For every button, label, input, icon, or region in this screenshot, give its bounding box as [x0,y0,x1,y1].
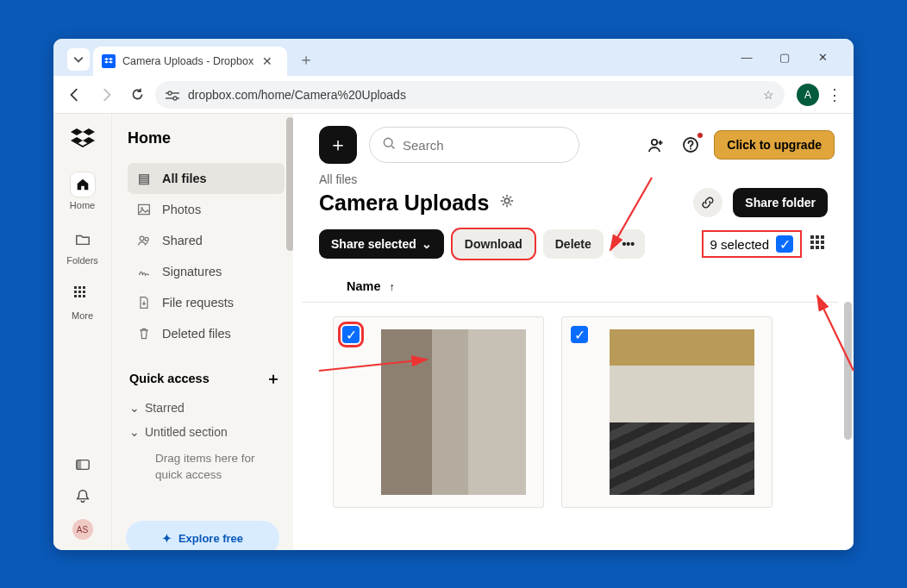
section-untitled[interactable]: ⌄Untitled section [128,420,285,444]
close-tab-icon[interactable]: ✕ [260,54,274,68]
nav-signatures[interactable]: Signatures [128,256,285,287]
nav-deleted-files[interactable]: Deleted files [128,318,285,349]
file-thumbnail [610,329,754,495]
svg-point-14 [652,140,657,145]
nav-all-files[interactable]: ▤All files [128,163,285,194]
main-scrollbar[interactable] [844,302,852,440]
url-text: dropbox.com/home/Camera%20Uploads [188,88,406,102]
tab-strip: Camera Uploads - Dropbox ✕ ＋ — ▢ ✕ [53,39,854,76]
delete-button[interactable]: Delete [543,229,604,259]
url-field[interactable]: dropbox.com/home/Camera%20Uploads ☆ [155,81,785,109]
quick-access-heading: Quick access [129,372,210,385]
sidebar-heading: Home [128,129,285,147]
file-checkbox[interactable]: ✓ [571,326,588,343]
svg-line-13 [391,146,394,148]
window-maximize-icon[interactable]: ▢ [776,51,793,64]
panel-toggle-icon[interactable] [75,457,91,476]
svg-point-10 [140,236,144,241]
file-thumbnail [381,329,526,495]
left-rail: Home Folders More AS [53,114,112,550]
svg-rect-7 [76,460,80,470]
section-label: Starred [145,401,185,415]
selection-count[interactable]: 9 selected ✓ [704,232,800,256]
svg-point-3 [173,97,177,100]
file-checkbox[interactable]: ✓ [342,326,360,343]
folder-settings-icon[interactable] [499,193,515,212]
search-input[interactable] [403,138,566,153]
tab-search-button[interactable] [67,48,90,71]
search-icon [382,136,396,153]
sort-arrow-up-icon: ↑ [390,280,396,293]
sidebar-scrollbar[interactable] [283,114,293,550]
share-selected-button[interactable]: Share selected⌄ [319,229,444,259]
rail-label: Home [70,200,95,210]
new-tab-button[interactable]: ＋ [294,47,318,72]
drag-hint: Drag items here for quick access [128,444,285,491]
file-card[interactable]: ✓ [333,316,544,508]
folder-icon [71,228,95,252]
browser-tab[interactable]: Camera Uploads - Dropbox ✕ [93,47,287,76]
nav-shared[interactable]: Shared [128,225,285,256]
copy-link-button[interactable] [693,188,722,217]
rail-label: Folders [66,255,98,266]
svg-point-16 [690,148,691,150]
browser-menu-icon[interactable]: ⋮ [824,85,845,104]
share-folder-button[interactable]: Share folder [733,188,828,217]
section-label: Untitled section [145,425,228,439]
svg-point-0 [168,91,172,95]
all-files-icon: ▤ [136,172,152,185]
window-close-icon[interactable]: ✕ [814,51,831,64]
file-card[interactable]: ✓ [561,316,773,508]
chevron-down-icon: ⌄ [129,425,140,439]
dropbox-logo-icon[interactable] [70,126,96,152]
svg-rect-8 [139,204,150,214]
column-header-name[interactable]: Name ↑ [302,272,838,303]
browser-profile-avatar[interactable]: A [797,84,819,106]
reload-button[interactable] [124,82,150,108]
nav-file-requests[interactable]: File requests [128,287,285,318]
nav-label: Signatures [162,265,222,278]
trash-icon [136,327,152,341]
nav-photos[interactable]: Photos [128,194,285,225]
nav-label: Photos [162,203,201,216]
nav-label: All files [162,172,207,185]
breadcrumb[interactable]: All files [293,171,854,186]
view-grid-icon[interactable] [810,235,828,253]
rail-item-home[interactable]: Home [59,166,107,217]
notifications-icon[interactable] [75,488,91,507]
search-field[interactable] [369,127,579,163]
upgrade-button[interactable]: Click to upgrade [714,130,835,160]
photos-icon [136,203,152,216]
sidebar: Home ▤All files Photos Shared Signatures… [112,114,293,550]
home-icon [71,172,95,197]
file-gallery: ✓ ✓ [293,303,854,508]
forward-button[interactable] [93,82,119,108]
section-starred[interactable]: ⌄Starred [128,396,285,420]
add-quick-access-button[interactable]: ＋ [266,368,281,389]
user-avatar[interactable]: AS [72,519,93,540]
rail-item-more[interactable]: More [59,276,107,328]
select-all-checkbox[interactable]: ✓ [776,235,793,253]
more-actions-button[interactable]: ••• [612,229,645,259]
app-content: Home Folders More AS [53,114,854,550]
svg-point-11 [145,237,148,241]
file-requests-icon [136,296,152,310]
bookmark-star-icon[interactable]: ☆ [763,88,774,102]
create-button[interactable]: ＋ [319,126,357,164]
download-button[interactable]: Download [453,229,535,259]
explore-free-button[interactable]: ✦ Explore free [126,521,279,550]
chevron-down-icon: ⌄ [422,237,432,251]
window-minimize-icon[interactable]: — [738,51,755,64]
back-button[interactable] [62,82,88,108]
main-panel: ＋ Click to upgrade All files Camera Uplo… [293,114,854,550]
rail-item-folders[interactable]: Folders [59,221,107,272]
page-title: Camera Uploads [319,191,489,216]
selection-label: 9 selected [710,237,769,252]
address-bar: dropbox.com/home/Camera%20Uploads ☆ A ⋮ [53,76,854,114]
help-icon[interactable] [679,134,702,156]
invite-icon[interactable] [645,134,667,156]
chevron-down-icon: ⌄ [129,401,140,415]
site-settings-icon[interactable] [166,90,179,100]
nav-label: Deleted files [162,327,231,341]
btn-label: Share selected [331,237,416,251]
